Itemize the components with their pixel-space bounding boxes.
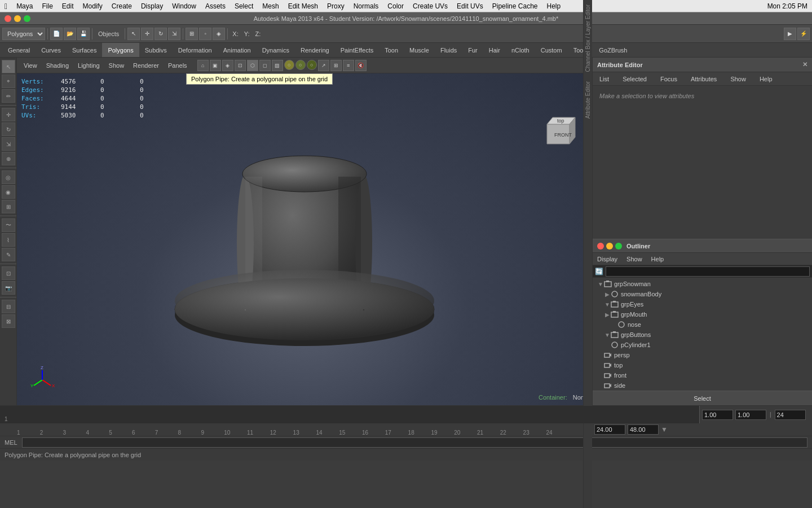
tab-fur[interactable]: Fur [462,43,483,57]
snap-point[interactable]: ◈ [213,28,225,40]
playback-start-input[interactable] [702,410,733,420]
expand-icon[interactable]: ▼ [604,331,611,338]
ae-tab-attributes[interactable]: Attributes [686,75,721,84]
vp-panels-menu[interactable]: Panels [165,61,191,70]
outliner-close-btn[interactable] [597,243,604,249]
menu-help[interactable]: Help [542,2,565,10]
scale-tool[interactable]: ⇲ [168,28,180,40]
menu-create[interactable]: Create [107,2,136,10]
tab-toon[interactable]: Toon [379,43,404,57]
tab-fluids[interactable]: Fluids [435,43,462,57]
ae-tab-focus[interactable]: Focus [656,75,682,84]
make-live-tool[interactable]: ⊡ [2,266,15,280]
open-btn[interactable]: 📂 [64,28,76,40]
tab-dynamics[interactable]: Dynamics [257,43,295,57]
side-tab-channel-box[interactable]: Channel Box / Layer Editor [584,0,592,77]
ae-tab-show[interactable]: Show [726,75,751,84]
rotate-tool[interactable]: ↻ [155,28,167,40]
expand-icon[interactable]: ▶ [604,291,611,297]
vp-btn-light[interactable]: ○ [284,60,294,70]
menu-mesh[interactable]: Mesh [258,2,283,10]
side-menu-top[interactable]: ⊟ [2,300,15,313]
vp-btn-wire[interactable]: ⬡ [247,60,258,71]
menu-file[interactable]: File [37,2,57,10]
menu-create-uvs[interactable]: Create UVs [408,2,452,10]
timeline-scroll[interactable]: ▼ [661,426,668,433]
universal-tool[interactable]: ⊕ [2,152,15,165]
vp-btn-light3[interactable]: ○ [307,60,317,70]
vp-renderer-menu[interactable]: Renderer [130,61,162,70]
vp-shading-menu[interactable]: Shading [43,61,72,70]
outliner-display-menu[interactable]: Display [595,255,620,264]
hat-3d-object[interactable] [17,100,592,349]
tab-curves[interactable]: Curves [36,43,67,57]
outliner-item-snowmanbody[interactable]: ▶ snowmanBody [593,289,812,299]
mode-dropdown[interactable]: Polygons [2,28,45,40]
outliner-item-grpsnowman[interactable]: ▼ grpSnowman [593,279,812,289]
time-end2-input[interactable] [628,424,659,435]
viewport-cube-gizmo[interactable]: FRONT top [536,107,581,152]
playback-end-input[interactable] [735,410,766,420]
tab-animation[interactable]: Animation [218,43,257,57]
expand-icon[interactable]: ▶ [604,311,611,318]
menu-modify[interactable]: Modify [78,2,107,10]
tab-general[interactable]: General [2,43,36,57]
outliner-item-grpmouth[interactable]: ▶ grpMouth [593,309,812,319]
vp-btn-frame[interactable]: ⊡ [235,60,246,71]
ae-tab-selected[interactable]: Selected [618,75,651,84]
apple-menu[interactable]:  [5,2,7,11]
select-tool[interactable]: ↖ [127,28,140,40]
menu-assets[interactable]: Assets [201,2,230,10]
menu-color[interactable]: Color [383,2,408,10]
outliner-item-grpeyes[interactable]: ▼ grpEyes [593,299,812,309]
menu-display[interactable]: Display [136,2,167,10]
save-btn[interactable]: 💾 [77,28,90,40]
move-tool[interactable]: ✛ [141,28,153,40]
lasso-tool[interactable]: ⌖ [2,75,15,88]
vp-btn-mute[interactable]: 🔇 [355,60,367,71]
sculpt-tool[interactable]: ◉ [2,185,15,199]
tab-rendering[interactable]: Rendering [295,43,335,57]
tab-custom[interactable]: Custom [535,43,568,57]
ae-tab-list[interactable]: List [595,75,614,84]
tab-deformation[interactable]: Deformation [173,43,218,57]
snap-grid[interactable]: ⊞ [186,28,198,40]
menu-normals[interactable]: Normals [349,2,383,10]
outliner-zoom-btn[interactable] [615,243,622,249]
tab-painteffects[interactable]: PaintEffects [335,43,379,57]
vp-btn-home[interactable]: ⌂ [197,60,209,71]
menu-maya[interactable]: Maya [12,2,37,10]
outliner-item-nose[interactable]: ▶ nose [593,319,812,330]
mel-command-input[interactable] [22,437,807,448]
vp-btn-textured[interactable]: ▨ [272,60,283,71]
new-scene-btn[interactable]: 📄 [50,28,63,40]
vp-btn-resolution[interactable]: ⊞ [330,60,342,71]
paint-select-tool[interactable]: ✏ [2,89,15,103]
expand-icon[interactable]: ▼ [597,281,604,287]
ipr-btn[interactable]: ⚡ [797,28,810,40]
tab-surfaces[interactable]: Surfaces [67,43,102,57]
menu-pipeline-cache[interactable]: Pipeline Cache [488,2,542,10]
ae-tab-help[interactable]: Help [755,75,777,84]
outliner-item-grpbuttons[interactable]: ▼ grpButtons [593,330,812,340]
soft-mod-tool[interactable]: ◎ [2,170,15,184]
show-manip-tool[interactable]: ⊞ [2,200,15,213]
outliner-item-top[interactable]: ▶ top [593,360,812,370]
menu-edit-mesh[interactable]: Edit Mesh [284,2,323,10]
scale-tool-left[interactable]: ⇲ [2,137,15,151]
select-mode-tool[interactable]: ↖ [2,60,15,73]
expand-icon[interactable]: ▼ [604,301,611,308]
time-end1-input[interactable] [594,424,625,435]
tab-subdivs[interactable]: Subdivs [139,43,173,57]
outliner-item-persp[interactable]: ▶ persp [593,350,812,360]
tab-muscle[interactable]: Muscle [404,43,435,57]
vp-btn-cam[interactable]: ◈ [222,60,233,71]
vp-btn-smooth[interactable]: ◻ [259,60,271,71]
outliner-minimize-btn[interactable] [606,243,613,249]
tab-polygons[interactable]: Polygons [102,43,139,57]
maximize-button[interactable] [24,15,30,22]
outliner-item-side[interactable]: ▶ side [593,380,812,391]
vp-btn-isolate[interactable]: ↗ [318,60,329,71]
curve-ep-tool[interactable]: ⌇ [2,233,15,247]
tab-hair[interactable]: Hair [483,43,506,57]
